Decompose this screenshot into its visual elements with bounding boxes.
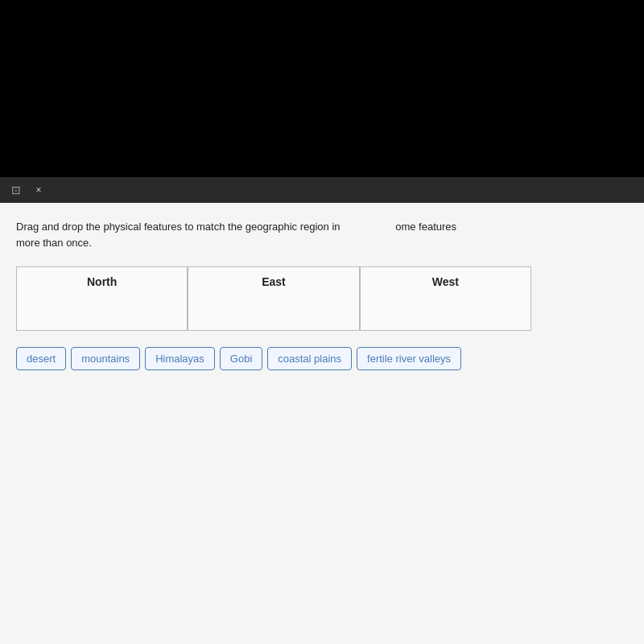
drag-item-coastal-plains[interactable]: coastal plains bbox=[267, 347, 352, 370]
close-button[interactable]: × bbox=[31, 182, 47, 198]
drop-zone-west[interactable]: West bbox=[360, 266, 531, 331]
drag-item-gobi[interactable]: Gobi bbox=[220, 347, 262, 370]
drop-zones-row: North East West bbox=[16, 266, 531, 331]
drag-item-himalayas[interactable]: Himalayas bbox=[145, 347, 215, 370]
taskbar: ⊡ × bbox=[0, 177, 644, 203]
presentation-icon: ⊡ bbox=[11, 184, 21, 196]
instruction-text: Drag and drop the physical features to m… bbox=[16, 219, 499, 250]
north-label: North bbox=[87, 275, 117, 288]
drop-zone-east[interactable]: East bbox=[188, 266, 359, 331]
east-label: East bbox=[262, 275, 286, 288]
content-area: Drag and drop the physical features to m… bbox=[0, 203, 644, 644]
taskbar-icon: ⊡ bbox=[8, 182, 24, 198]
drag-items-row: desert mountains Himalayas Gobi coastal … bbox=[16, 347, 531, 370]
drop-zone-north[interactable]: North bbox=[16, 266, 188, 331]
drag-item-desert[interactable]: desert bbox=[16, 347, 66, 370]
drag-item-fertile-river-valleys[interactable]: fertile river valleys bbox=[357, 347, 461, 370]
drag-item-mountains[interactable]: mountains bbox=[71, 347, 140, 370]
top-black-area bbox=[0, 0, 644, 177]
west-label: West bbox=[432, 275, 459, 288]
